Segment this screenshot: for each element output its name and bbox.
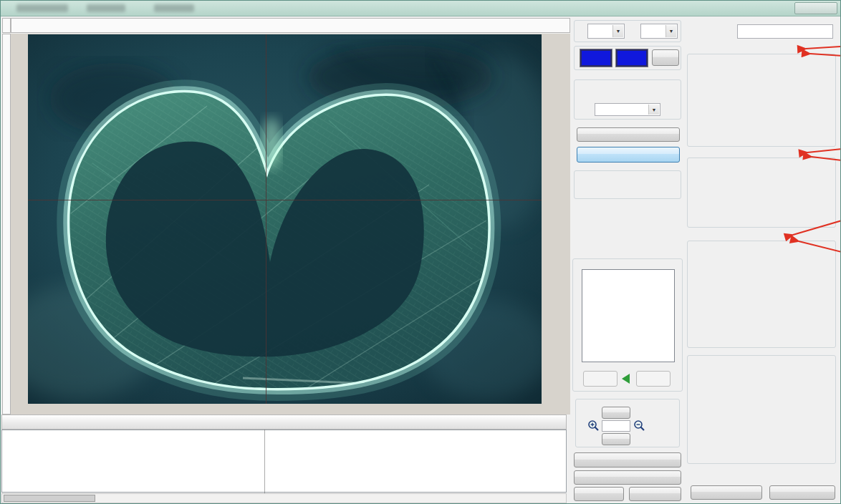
close-icon[interactable] <box>794 2 837 14</box>
measure-area-button[interactable] <box>577 147 680 163</box>
color-swatch-1[interactable] <box>580 49 612 67</box>
crosshair-vertical <box>266 34 266 404</box>
camera-group <box>574 170 681 199</box>
ruler-corner <box>2 18 11 33</box>
scrollbar-thumb[interactable] <box>4 495 95 502</box>
original-size-button[interactable] <box>602 407 630 419</box>
vertical-ruler <box>2 34 11 415</box>
result-table-header <box>1 415 567 430</box>
save-button[interactable] <box>583 371 617 387</box>
company-field[interactable] <box>737 24 833 39</box>
exit-button[interactable] <box>769 485 835 500</box>
chevron-down-icon[interactable]: ▼ <box>665 25 676 37</box>
redacted-text-block <box>154 4 194 12</box>
crosshair-horizontal <box>28 200 542 200</box>
redacted-text-block <box>16 4 68 12</box>
mold-spec-group <box>687 241 836 348</box>
result-table-body[interactable] <box>1 430 567 493</box>
redraw-button[interactable] <box>574 452 681 467</box>
apply-arrow-icon <box>622 374 630 384</box>
wire-spec-group <box>687 54 836 147</box>
measure-count-button[interactable] <box>577 127 680 142</box>
redacted-text-block <box>87 4 125 12</box>
discard-button[interactable] <box>636 371 671 387</box>
measured-data-group <box>687 355 836 464</box>
horizontal-ruler <box>11 18 570 33</box>
terminal-spec-group <box>687 158 836 228</box>
zoom-select-group <box>575 399 680 447</box>
chevron-down-icon[interactable]: ▼ <box>648 105 659 115</box>
measure-target-combo[interactable]: ▼ <box>595 103 660 116</box>
fit-button[interactable] <box>602 433 630 445</box>
print-report-button[interactable] <box>691 485 762 500</box>
font-size-combo[interactable]: ▼ <box>587 24 625 39</box>
measure-distance-group: ▼ <box>574 79 681 120</box>
save-excel-button[interactable] <box>574 470 681 485</box>
zoom-percent-field[interactable] <box>602 420 630 432</box>
microscope-image[interactable] <box>28 34 542 404</box>
text-style-box: ▼ ▼ <box>574 20 681 42</box>
title-bar <box>1 1 841 16</box>
rating-button[interactable] <box>629 487 681 501</box>
app-window: ▼ ▼ ▼ <box>0 0 841 504</box>
chevron-down-icon[interactable]: ▼ <box>612 25 623 37</box>
image-canvas-area <box>11 34 570 415</box>
color-swatch-2[interactable] <box>616 49 648 67</box>
color-options-box <box>574 46 681 70</box>
current-object-group <box>572 258 683 392</box>
horizontal-scrollbar[interactable] <box>1 493 567 503</box>
line-width-combo[interactable]: ▼ <box>640 24 678 39</box>
options-button[interactable] <box>652 49 679 66</box>
zoom-out-icon[interactable] <box>633 420 645 432</box>
current-object-list[interactable] <box>582 269 675 362</box>
zoom-in-icon[interactable] <box>587 420 600 432</box>
pen-button[interactable] <box>574 487 624 501</box>
